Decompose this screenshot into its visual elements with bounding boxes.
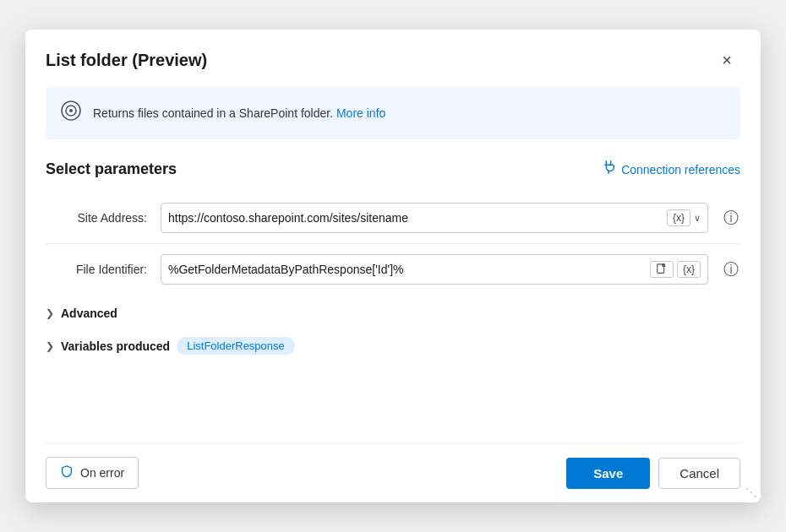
info-button-site[interactable]: ⓘ bbox=[722, 206, 740, 230]
variable-tag: ListFolderResponse bbox=[177, 337, 295, 355]
save-button[interactable]: Save bbox=[566, 458, 650, 489]
on-error-button[interactable]: On error bbox=[46, 457, 139, 489]
dialog-title: List folder (Preview) bbox=[46, 51, 207, 70]
variable-button-site[interactable]: {x} bbox=[667, 209, 690, 226]
form-area: Site Address: {x} ∨ ⓘ File Identifier: bbox=[25, 186, 761, 372]
variables-row: ❯ Variables produced ListFolderResponse bbox=[46, 328, 740, 368]
cancel-button[interactable]: Cancel bbox=[658, 458, 740, 489]
info-button-file[interactable]: ⓘ bbox=[722, 258, 740, 281]
file-identifier-input[interactable] bbox=[168, 263, 650, 276]
close-button[interactable]: × bbox=[713, 46, 740, 73]
resize-handle[interactable]: ⋱ bbox=[745, 486, 757, 499]
chevron-right-advanced-icon: ❯ bbox=[46, 307, 54, 319]
on-error-label: On error bbox=[80, 466, 124, 480]
sharepoint-icon bbox=[59, 99, 83, 128]
advanced-section: ❯ Advanced bbox=[46, 295, 740, 328]
more-info-link[interactable]: More info bbox=[336, 106, 385, 120]
shield-icon bbox=[60, 464, 74, 481]
advanced-expand-row[interactable]: ❯ Advanced bbox=[46, 295, 740, 328]
file-identifier-label: File Identifier: bbox=[46, 263, 147, 276]
site-address-input-wrapper[interactable]: {x} ∨ bbox=[161, 203, 708, 233]
file-identifier-actions: {x} bbox=[650, 261, 701, 278]
variable-button-file[interactable]: {x} bbox=[677, 261, 701, 278]
variables-label: Variables produced bbox=[61, 339, 170, 353]
footer-right: Save Cancel bbox=[566, 458, 740, 489]
site-address-input[interactable] bbox=[168, 211, 667, 225]
site-address-actions: {x} ∨ bbox=[667, 209, 701, 226]
dialog: List folder (Preview) × Returns files co… bbox=[25, 30, 761, 502]
svg-point-2 bbox=[69, 109, 73, 112]
chevron-down-icon: ∨ bbox=[694, 213, 701, 224]
select-parameters-title: Select parameters bbox=[46, 160, 177, 178]
file-identifier-input-wrapper[interactable]: {x} bbox=[161, 254, 708, 285]
banner-text: Returns files contained in a SharePoint … bbox=[93, 106, 385, 120]
file-icon-button[interactable] bbox=[650, 261, 674, 278]
site-address-row: Site Address: {x} ∨ ⓘ bbox=[46, 193, 740, 244]
dialog-header: List folder (Preview) × bbox=[25, 30, 761, 87]
chevron-right-variables-icon: ❯ bbox=[46, 340, 54, 352]
advanced-label: Advanced bbox=[61, 307, 117, 320]
section-header: Select parameters Connection references bbox=[25, 139, 761, 186]
dialog-footer: On error Save Cancel bbox=[25, 443, 761, 502]
variables-section: ❯ Variables produced ListFolderResponse bbox=[46, 328, 740, 368]
connection-references-button[interactable]: Connection references bbox=[601, 160, 740, 179]
connection-references-label: Connection references bbox=[621, 163, 740, 176]
site-address-label: Site Address: bbox=[46, 211, 147, 225]
info-banner: Returns files contained in a SharePoint … bbox=[46, 87, 740, 139]
plug-icon bbox=[601, 160, 616, 179]
file-identifier-row: File Identifier: {x} ⓘ bbox=[46, 244, 740, 295]
